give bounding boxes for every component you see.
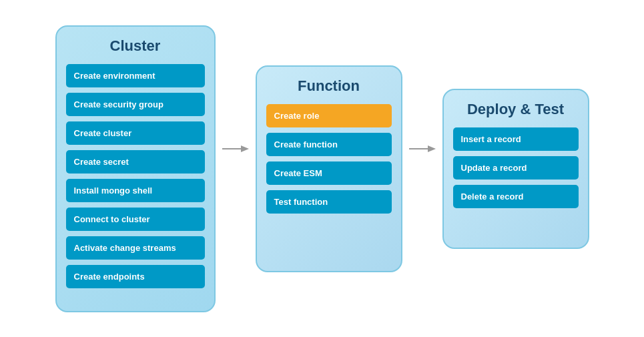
cluster-btn-2[interactable]: Create cluster xyxy=(66,121,205,145)
function-btn-1[interactable]: Create function xyxy=(266,133,392,156)
cluster-btn-list: Create environment Create security group… xyxy=(66,64,205,288)
function-btn-0[interactable]: Create role xyxy=(266,104,392,127)
function-panel: Function Create role Create function Cre… xyxy=(256,65,402,272)
function-btn-list: Create role Create function Create ESM T… xyxy=(266,104,392,214)
diagram-container: Cluster Create environment Create securi… xyxy=(42,12,603,326)
arrow1-container xyxy=(216,142,256,196)
cluster-btn-5[interactable]: Connect to cluster xyxy=(66,208,205,231)
arrow2-container xyxy=(402,142,442,196)
svg-marker-3 xyxy=(428,145,436,152)
cluster-panel: Cluster Create environment Create securi… xyxy=(55,25,216,312)
deploy-btn-list: Insert a record Update a record Delete a… xyxy=(453,127,579,208)
arrow1-icon xyxy=(222,142,249,155)
deploy-btn-0[interactable]: Insert a record xyxy=(453,127,579,151)
cluster-btn-1[interactable]: Create security group xyxy=(66,93,205,116)
arrow2-icon xyxy=(409,142,436,155)
svg-marker-1 xyxy=(241,145,249,152)
deploy-title: Deploy & Test xyxy=(467,101,564,118)
deploy-panel: Deploy & Test Insert a record Update a r… xyxy=(442,89,589,249)
cluster-btn-7[interactable]: Create endpoints xyxy=(66,265,205,288)
deploy-btn-2[interactable]: Delete a record xyxy=(453,185,579,208)
function-title: Function xyxy=(298,77,360,95)
cluster-btn-6[interactable]: Activate change streams xyxy=(66,236,205,260)
cluster-title: Cluster xyxy=(110,37,161,55)
cluster-btn-3[interactable]: Create secret xyxy=(66,150,205,174)
cluster-btn-4[interactable]: Install mongo shell xyxy=(66,179,205,202)
deploy-btn-1[interactable]: Update a record xyxy=(453,156,579,180)
function-btn-3[interactable]: Test function xyxy=(266,190,392,214)
function-btn-2[interactable]: Create ESM xyxy=(266,161,392,185)
cluster-btn-0[interactable]: Create environment xyxy=(66,64,205,87)
